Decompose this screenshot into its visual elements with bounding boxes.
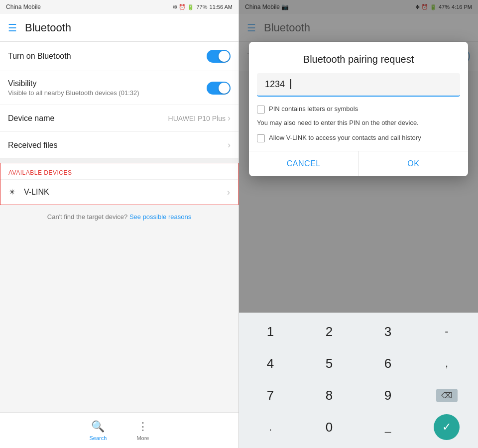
- key-4[interactable]: 4: [245, 348, 295, 378]
- key-5[interactable]: 5: [304, 348, 354, 378]
- ok-button[interactable]: OK: [359, 151, 469, 176]
- key-comma[interactable]: ,: [422, 348, 472, 378]
- toggle-knob-vis: [219, 83, 230, 94]
- bluetooth-device-icon: ✴: [8, 187, 16, 198]
- search-nav-item[interactable]: 🔍 Search: [90, 420, 107, 441]
- keyboard-row-4: . 0 _ ✓: [241, 412, 476, 442]
- dialog-title: Bluetooth pairing request: [249, 42, 468, 73]
- contacts-checkbox-label: Allow V-LINK to access your contacts and…: [269, 133, 421, 142]
- device-vlink-name: V-LINK: [24, 188, 219, 197]
- device-vlink-chevron: ›: [227, 187, 230, 198]
- turn-on-bluetooth-toggle[interactable]: [207, 50, 231, 63]
- key-1[interactable]: 1: [245, 317, 295, 346]
- cant-find-text: Can't find the target device?: [47, 213, 127, 221]
- device-name-value-group: HUAWEI P10 Plus ›: [168, 113, 231, 123]
- signal-icons-left: ✻ ⏰ 🔋: [173, 4, 194, 10]
- search-nav-label: Search: [90, 435, 107, 441]
- pin-checkbox-row[interactable]: PIN contains letters or symbols: [249, 103, 468, 115]
- more-nav-label: More: [136, 435, 149, 441]
- toggle-knob: [219, 51, 230, 62]
- pin-checkbox[interactable]: [257, 106, 265, 113]
- menu-icon-left[interactable]: ☰: [8, 22, 17, 34]
- key-9[interactable]: 9: [363, 380, 413, 410]
- received-files-label: Received files: [8, 141, 58, 150]
- phone-right: China Mobile 📷 ✻ ⏰ 🔋 47% 4:16 PM ☰ Bluet…: [239, 0, 478, 448]
- key-check-wrapper: ✓: [422, 412, 472, 442]
- visibility-item[interactable]: Visibility Visible to all nearby Bluetoo…: [0, 71, 239, 105]
- visibility-label: Visibility: [8, 79, 139, 88]
- settings-list: Turn on Bluetooth Visibility Visible to …: [0, 42, 239, 412]
- device-vlink[interactable]: ✴ V-LINK ›: [0, 179, 238, 205]
- cant-find-section: Can't find the target device? See possib…: [0, 205, 239, 228]
- key-underscore[interactable]: _: [363, 412, 413, 442]
- phone-left: China Mobile ✻ ⏰ 🔋 77% 11:56 AM ☰ Blueto…: [0, 0, 239, 448]
- keyboard-row-1: 1 2 3 -: [241, 317, 476, 346]
- search-icon: 🔍: [91, 420, 105, 433]
- received-files-item[interactable]: Received files ›: [0, 132, 239, 159]
- received-files-text: Received files: [8, 141, 58, 150]
- keyboard: 1 2 3 - 4 5 6 , 7 8 9 ⌫: [239, 313, 478, 448]
- pin-input[interactable]: 1234: [257, 73, 460, 97]
- status-bar-left: China Mobile ✻ ⏰ 🔋 77% 11:56 AM: [0, 0, 239, 14]
- device-name-chevron: ›: [228, 113, 231, 123]
- visibility-toggle[interactable]: [207, 82, 231, 95]
- more-icon: ⋮: [137, 420, 148, 433]
- key-check[interactable]: ✓: [434, 414, 460, 440]
- battery-left: 77%: [196, 4, 207, 10]
- pin-value: 1234: [265, 79, 285, 89]
- cant-find-link[interactable]: See possible reasons: [129, 213, 191, 221]
- turn-on-bluetooth-item[interactable]: Turn on Bluetooth: [0, 42, 239, 71]
- key-period[interactable]: .: [245, 412, 295, 442]
- key-6[interactable]: 6: [363, 348, 413, 378]
- visibility-sublabel: Visible to all nearby Bluetooth devices …: [8, 89, 139, 97]
- key-3[interactable]: 3: [363, 317, 413, 346]
- app-bar-left: ☰ Bluetooth: [0, 14, 239, 42]
- divider-1: [0, 159, 239, 163]
- key-backspace[interactable]: ⌫: [422, 380, 472, 410]
- device-name-label: Device name: [8, 114, 54, 123]
- key-dash[interactable]: -: [422, 317, 472, 346]
- pin-cursor: [288, 79, 291, 89]
- dialog-buttons: CANCEL OK: [249, 151, 468, 176]
- contacts-checkbox-row[interactable]: Allow V-LINK to access your contacts and…: [249, 131, 468, 150]
- key-8[interactable]: 8: [304, 380, 354, 410]
- keyboard-row-2: 4 5 6 ,: [241, 348, 476, 378]
- turn-on-bluetooth-text: Turn on Bluetooth: [8, 52, 71, 61]
- visibility-text: Visibility Visible to all nearby Bluetoo…: [8, 79, 139, 97]
- app-title-left: Bluetooth: [25, 21, 71, 34]
- turn-on-bluetooth-label: Turn on Bluetooth: [8, 52, 71, 61]
- key-7[interactable]: 7: [245, 380, 295, 410]
- received-files-chevron: ›: [228, 140, 231, 150]
- contacts-checkbox[interactable]: [257, 134, 265, 142]
- key-2[interactable]: 2: [304, 317, 354, 346]
- device-name-item[interactable]: Device name HUAWEI P10 Plus ›: [0, 105, 239, 132]
- key-0[interactable]: 0: [304, 412, 354, 442]
- keyboard-row-3: 7 8 9 ⌫: [241, 380, 476, 410]
- bottom-nav-left: 🔍 Search ⋮ More: [0, 412, 239, 448]
- device-name-value: HUAWEI P10 Plus: [168, 114, 226, 122]
- dialog-overlay: Bluetooth pairing request 1234 PIN conta…: [239, 0, 478, 448]
- status-icons-left: ✻ ⏰ 🔋 77% 11:56 AM: [173, 4, 233, 10]
- dialog-top-space: [239, 0, 478, 42]
- available-devices-section: AVAILABLE DEVICES ✴ V-LINK ›: [0, 163, 239, 205]
- dialog-info-text: You may also need to enter this PIN on t…: [249, 115, 468, 131]
- more-nav-item[interactable]: ⋮ More: [136, 420, 149, 441]
- carrier-left: China Mobile: [6, 3, 41, 10]
- bluetooth-pairing-dialog: Bluetooth pairing request 1234 PIN conta…: [249, 42, 468, 176]
- available-devices-header: AVAILABLE DEVICES: [0, 163, 238, 179]
- pin-checkbox-label: PIN contains letters or symbols: [269, 105, 358, 113]
- device-name-text: Device name: [8, 114, 54, 123]
- time-left: 11:56 AM: [210, 4, 233, 10]
- cancel-button[interactable]: CANCEL: [249, 151, 358, 176]
